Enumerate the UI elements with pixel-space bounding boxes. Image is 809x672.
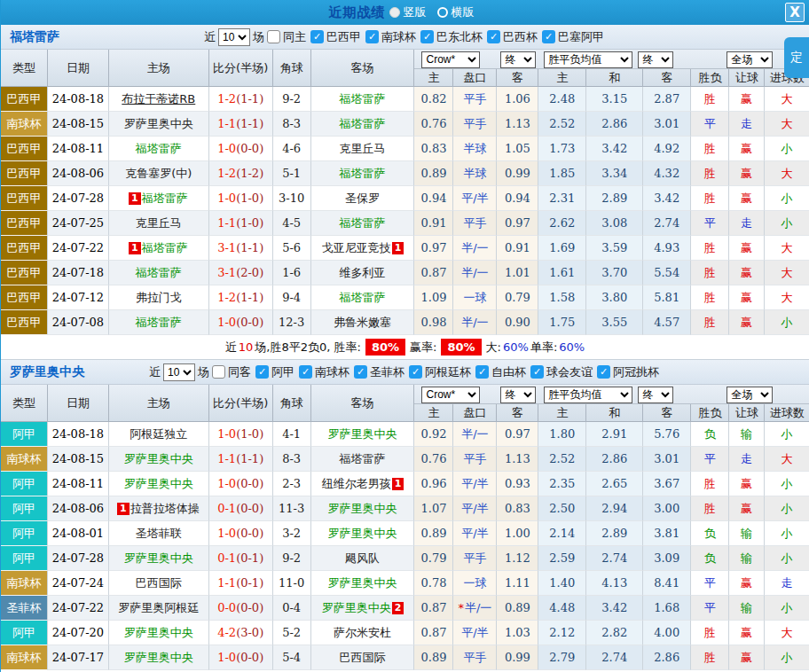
home-team[interactable]: 福塔雷萨 [136,141,182,157]
away-team[interactable]: 福塔雷萨 [340,451,386,467]
away-team[interactable]: 飓风队 [345,551,380,567]
away-team[interactable]: 维多利亚 [340,265,386,281]
same-venue-checkbox[interactable] [267,30,280,43]
odds-away: 0.94 [497,186,538,211]
final-odds-select[interactable]: 终 [500,387,536,403]
home-team[interactable]: 罗萨里奥阿根廷 [118,600,199,616]
league-checkbox[interactable]: ✓ [475,365,489,379]
corner-score: 1-6 [273,261,311,285]
home-team[interactable]: 罗萨里奥中央 [124,451,193,467]
match-score: 1-1(0-1) [209,571,273,596]
avg-draw: 2.89 [586,521,643,546]
league-checkbox[interactable]: ✓ [310,30,324,43]
odds-away: 0.93 [497,472,538,496]
away-team[interactable]: 纽维尔老男孩 [322,476,391,492]
customize-button[interactable]: 定 [784,37,809,78]
recent-count-select[interactable]: 10 [163,363,195,381]
bookmaker-select[interactable]: Crow* [421,387,480,403]
away-team[interactable]: 福塔雷萨 [340,290,386,306]
home-team[interactable]: 拉普拉塔体操 [130,501,200,517]
league-checkbox[interactable]: ✓ [299,365,312,379]
away-team[interactable]: 萨尔米安杜 [334,625,391,641]
home-team[interactable]: 福塔雷萨 [142,240,188,256]
league-label: 阿甲 [271,364,295,380]
home-team[interactable]: 罗萨里奥中央 [124,116,193,132]
odds-home: 0.82 [414,87,453,112]
league-checkbox[interactable]: ✓ [542,30,555,43]
match-row: 巴西甲24-08-11福塔雷萨1-0(0-0)4-6克里丘马0.83半球1.05… [1,137,809,161]
home-team[interactable]: 阿根廷独立 [130,426,187,442]
odds-home: 0.87 [414,261,453,285]
team-name[interactable]: 罗萨里奥中央 [10,364,84,380]
league-checkbox[interactable]: ✓ [530,365,544,379]
away-team[interactable]: 罗萨里奥中央 [328,526,397,542]
home-team[interactable]: 弗拉门戈 [136,290,182,306]
window-titlebar: 近期战绩 竖版 横版 X [1,0,809,25]
close-icon[interactable]: X [785,3,805,22]
result-goals: 小 [765,211,809,236]
home-team[interactable]: 罗萨里奥中央 [124,551,193,567]
league-checkbox[interactable]: ✓ [420,30,434,43]
same-venue-checkbox[interactable] [212,365,225,379]
home-team[interactable]: 布拉干蒂诺RB [122,91,195,107]
away-team[interactable]: 罗萨里奥中央 [328,426,397,442]
home-team[interactable]: 福塔雷萨 [142,191,188,207]
avg-select[interactable]: 胜平负均值 [544,387,632,403]
avg-home: 1.40 [538,571,586,596]
league-checkbox[interactable]: ✓ [365,30,379,43]
league-checkbox[interactable]: ✓ [255,365,269,379]
away-team-cell: 罗萨里奥中央 [311,422,415,447]
away-team[interactable]: 罗萨里奥中央 [328,575,397,591]
league-checkbox[interactable]: ✓ [487,30,500,43]
away-team[interactable]: 福塔雷萨 [340,215,386,231]
horizontal-layout-radio[interactable] [437,7,448,18]
home-team[interactable]: 圣塔菲联 [136,526,182,542]
odds-away: 0.91 [497,236,538,261]
league-checkbox[interactable]: ✓ [354,365,367,379]
home-team[interactable]: 巴西国际 [136,575,182,591]
vertical-layout-radio[interactable] [389,7,400,18]
result-wdl: 负 [691,546,729,571]
scope-select[interactable]: 全场 [727,51,773,68]
final-avg-select[interactable]: 终 [638,387,673,403]
home-team[interactable]: 克里丘马 [136,215,182,231]
corner-score: 4-5 [273,211,311,236]
away-team[interactable]: 圣保罗 [345,191,380,207]
away-team[interactable]: 福塔雷萨 [340,166,386,182]
column-header: 角球 [273,385,311,422]
match-date: 24-07-20 [48,621,109,645]
home-team-cell: 福塔雷萨 [109,310,209,335]
home-team[interactable]: 罗萨里奥中央 [124,476,193,492]
avg-away: 3.67 [643,472,691,496]
recent-count-select[interactable]: 10 [218,28,250,46]
team-section: 福塔雷萨近10场同主✓巴西甲✓南球杯✓巴东北杯✓巴西杯✓巴塞阿甲类型日期主场比分… [1,25,809,360]
team-name[interactable]: 福塔雷萨 [10,29,59,45]
scope-select[interactable]: 全场 [727,387,773,403]
away-team[interactable]: 福塔雷萨 [340,116,386,132]
league-checkbox[interactable]: ✓ [597,365,610,379]
home-team[interactable]: 罗萨里奥中央 [124,625,193,641]
final-avg-select[interactable]: 终 [638,51,673,68]
league-label: 球会友谊 [546,364,593,380]
final-odds-select[interactable]: 终 [500,51,536,68]
result-handicap: 输 [729,422,765,447]
home-team[interactable]: 福塔雷萨 [136,315,182,331]
odds-handicap: 平/半 [453,186,497,211]
away-team[interactable]: 巴西国际 [340,650,386,666]
away-team[interactable]: 克里丘马 [340,141,386,157]
bookmaker-select[interactable]: Crow* [421,51,480,68]
layout-switcher: 近期战绩 竖版 横版 [329,4,482,21]
away-team[interactable]: 戈亚尼亚竞技 [322,240,391,256]
avg-select[interactable]: 胜平负均值 [544,51,632,68]
away-team[interactable]: 罗萨里奥中央 [322,600,391,616]
away-team[interactable]: 福塔雷萨 [340,91,386,107]
home-team[interactable]: 罗萨里奥中央 [124,650,193,666]
away-team[interactable]: 弗鲁米嫩塞 [334,315,391,331]
home-team[interactable]: 克鲁塞罗(中) [125,166,192,182]
home-team[interactable]: 福塔雷萨 [136,265,182,281]
match-date: 24-07-17 [48,645,109,670]
league-checkbox[interactable]: ✓ [409,365,422,379]
away-team[interactable]: 罗萨里奥中央 [328,501,397,517]
avg-home: 4.48 [538,596,586,621]
odds-away: 1.06 [497,87,538,112]
